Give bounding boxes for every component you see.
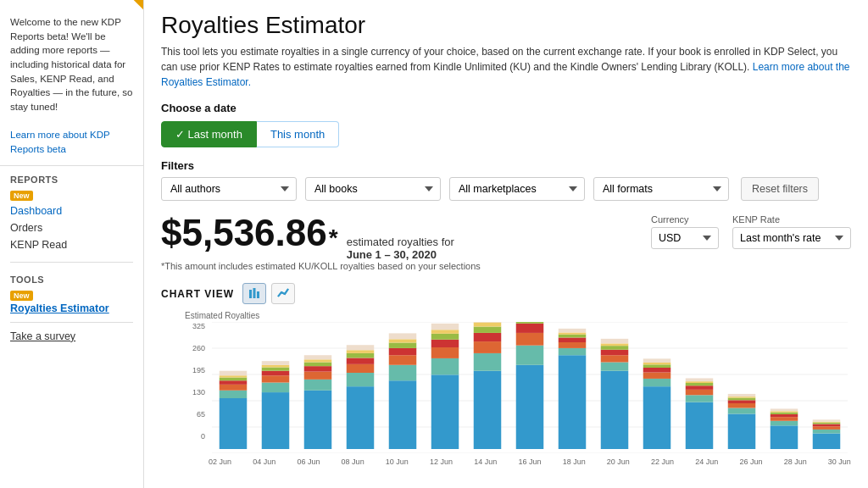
chart-bar-segment	[728, 398, 756, 401]
filters-row: All authors All books All marketplaces A…	[161, 177, 851, 201]
chart-bar-segment	[474, 333, 502, 341]
chart-bar-segment	[728, 408, 756, 414]
kenp-select[interactable]: Last month's rate This month's rate	[732, 227, 851, 249]
x-axis-label: 18 Jun	[563, 458, 586, 466]
sidebar-divider-2	[10, 322, 133, 323]
bar-chart-button[interactable]	[242, 283, 266, 304]
sidebar: BETA Welcome to the new KDP Reports beta…	[0, 0, 144, 488]
reports-section-title: REPORTS	[10, 175, 133, 185]
royalties-asterisk: *	[329, 225, 338, 252]
chart-bar-segment	[516, 346, 544, 365]
chart-bar-segment	[771, 414, 798, 417]
chart-bar-segment	[220, 378, 248, 381]
chart-bar-segment	[559, 337, 587, 342]
x-axis-labels: 02 Jun04 Jun06 Jun08 Jun10 Jun12 Jun14 J…	[209, 458, 851, 466]
chart-bar-segment	[559, 348, 587, 355]
chart-bar-segment	[686, 378, 714, 381]
filter-authors[interactable]: All authors	[161, 177, 297, 201]
chart-bar-segment	[813, 423, 841, 424]
sidebar-item-dashboard[interactable]: Dashboard	[10, 202, 133, 219]
chart-bar-segment	[220, 375, 248, 377]
chart-bar-segment	[813, 422, 841, 423]
chart-bar-segment	[686, 381, 714, 383]
chart-bar-segment	[643, 358, 671, 363]
chart-bar-segment	[686, 402, 714, 449]
chart-bar-segment	[389, 348, 417, 355]
filter-marketplaces[interactable]: All marketplaces	[449, 177, 585, 201]
chart-bar-segment	[771, 408, 798, 411]
sidebar-item-orders[interactable]: Orders	[10, 219, 133, 236]
x-axis-label: 08 Jun	[342, 458, 364, 466]
chart-bar-segment	[304, 355, 332, 359]
chart-bar-segment	[516, 324, 544, 333]
chart-bar-segment	[262, 361, 290, 365]
chart-bar-segment	[728, 413, 756, 449]
line-chart-button[interactable]	[271, 283, 295, 304]
chart-bar-segment	[347, 373, 375, 386]
kenp-group: KENP Rate Last month's rate This month's…	[732, 214, 851, 249]
x-axis-label: 10 Jun	[386, 458, 409, 466]
date-tabs: ✓ Last month This month	[161, 121, 851, 147]
chart-bar-segment	[304, 391, 332, 449]
royalties-date-range: June 1 – 30, 2020	[347, 248, 437, 261]
chart-bar-segment	[813, 426, 841, 430]
chart-container: Estimated Royalties 325 260 195 130 65 0	[161, 311, 851, 455]
chart-bar-segment	[643, 368, 671, 373]
filter-formats[interactable]: All formats	[593, 177, 729, 201]
bar-chart-icon	[248, 286, 260, 298]
chart-bar-segment	[643, 373, 671, 379]
royalties-note: *This amount includes estimated KU/KOLL …	[161, 261, 481, 271]
reset-filters-button[interactable]: Reset filters	[741, 177, 819, 201]
currency-label: Currency	[651, 214, 719, 225]
sidebar-reports-section: REPORTS New Dashboard Orders KENP Read	[0, 166, 143, 257]
chart-bar-segment	[771, 425, 798, 449]
currency-select[interactable]: USD EUR GBP	[651, 227, 719, 249]
chart-bar-segment	[474, 371, 502, 449]
chart-bar-segment	[728, 403, 756, 408]
chart-controls: CHART VIEW	[161, 283, 851, 304]
sidebar-item-kenp[interactable]: KENP Read	[10, 236, 133, 253]
currency-group: Currency USD EUR GBP	[651, 214, 719, 249]
y-axis: 325 260 195 130 65 0	[185, 322, 209, 441]
chart-area: 325 260 195 130 65 0 02	[185, 322, 851, 466]
chart-bar-segment	[220, 385, 248, 391]
tab-this-month[interactable]: This month	[257, 121, 339, 147]
chart-bar-segment	[262, 383, 290, 393]
chart-bar-segment	[728, 396, 756, 397]
chart-bar-segment	[304, 359, 332, 362]
sidebar-item-survey[interactable]: Take a survey	[0, 328, 143, 345]
chart-bar-segment	[304, 363, 332, 367]
sidebar-item-royalties-estimator[interactable]: Royalties Estimator	[0, 302, 143, 317]
kenp-label: KENP Rate	[732, 214, 851, 225]
chart-bar-segment	[601, 343, 629, 346]
chart-bar-segment	[431, 374, 459, 449]
chart-bar-segment	[601, 339, 629, 344]
chart-bar-segment	[601, 355, 629, 362]
chart-bar-segment	[220, 380, 248, 385]
chart-bar-segment	[559, 342, 587, 348]
chart-bar-segment	[347, 345, 375, 350]
x-axis-label: 14 Jun	[474, 458, 497, 466]
chart-bar-segment	[389, 333, 417, 339]
x-axis-label: 06 Jun	[297, 458, 320, 466]
tab-last-month[interactable]: ✓ Last month	[161, 121, 257, 147]
chart-bar-segment	[813, 434, 841, 449]
chart-bar-segment	[643, 386, 671, 449]
chart-bar-segment	[643, 363, 671, 364]
main-content: Royalties Estimator This tool lets you e…	[144, 0, 868, 488]
chart-bar-segment	[643, 364, 671, 368]
x-axis-label: 16 Jun	[518, 458, 541, 466]
chart-bar-segment	[601, 346, 629, 350]
chart-bar-segment	[431, 324, 459, 330]
learn-more-link[interactable]: Learn more about KDP Reports beta	[10, 130, 109, 154]
chart-bar-segment	[262, 365, 290, 368]
chart-svg	[209, 322, 851, 453]
chart-bar-segment	[728, 400, 756, 403]
chart-bar-segment	[771, 413, 798, 414]
chart-bar-segment	[347, 364, 375, 373]
filter-books[interactable]: All books	[305, 177, 441, 201]
chart-bar-segment	[220, 398, 248, 449]
chart-bar-segment	[559, 355, 587, 449]
chart-bar-segment	[220, 371, 248, 376]
chart-bar-segment	[728, 394, 756, 396]
